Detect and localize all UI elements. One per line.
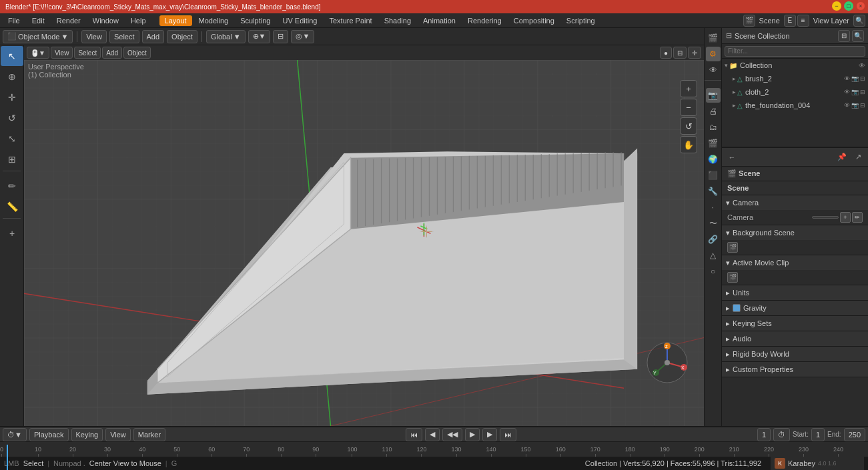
pivot-btn[interactable]: ⊕▼ <box>248 30 271 43</box>
start-frame[interactable]: 1 <box>811 428 825 441</box>
keying-header[interactable]: ▸ Keying Sets <box>722 316 868 331</box>
scene-selector[interactable]: Scene <box>757 17 783 25</box>
cloth2-render[interactable]: ⊟ <box>860 89 865 95</box>
end-frame[interactable]: 250 <box>844 428 865 441</box>
vp-header-select[interactable]: Select <box>74 47 101 59</box>
brush2-eye[interactable]: 👁 <box>844 75 850 82</box>
vp-zoom-in[interactable]: + <box>680 80 697 97</box>
add-tool[interactable]: + <box>1 223 23 243</box>
play-reverse-btn[interactable]: ◀◀ <box>442 428 462 441</box>
movie-clip-header[interactable]: ▾ Active Movie Clip <box>722 255 868 270</box>
play-end-btn[interactable]: ⏭ <box>500 428 516 441</box>
outliner-cloth2[interactable]: ▸ △ cloth_2 👁 📷 ⊟ <box>722 85 868 99</box>
menu-rendering[interactable]: Rendering <box>462 15 507 26</box>
maximize-button[interactable]: □ <box>844 1 853 11</box>
gravity-checkbox[interactable] <box>733 304 741 312</box>
outliner-collection[interactable]: ▾ 📁 Collection 👁 <box>722 59 868 72</box>
timeline-keying-btn[interactable]: Keying <box>71 428 103 441</box>
prop-render-btn[interactable]: 📷 <box>706 88 721 103</box>
prop-expand-btn[interactable]: ↗ <box>851 150 865 165</box>
step-fwd-btn[interactable]: ▶ <box>482 428 497 441</box>
outliner-foundation[interactable]: ▸ △ the_foundation_004 👁 📷 ⊟ <box>722 99 868 112</box>
search-btn[interactable]: 🔍 <box>853 15 865 27</box>
close-button[interactable]: × <box>856 1 865 11</box>
foundation-cam[interactable]: 📷 <box>851 102 859 109</box>
scale-tool[interactable]: ⤡ <box>1 129 23 149</box>
vp-editor-type[interactable]: 🖱️▼ <box>27 47 49 59</box>
vp-pan[interactable]: ✋ <box>680 136 697 153</box>
outliner-search-input[interactable] <box>725 46 865 57</box>
cloth2-cam[interactable]: 📷 <box>851 89 859 95</box>
prop-data-btn[interactable]: △ <box>706 248 721 263</box>
vp-gizmo-toggle[interactable]: ✛ <box>688 47 701 59</box>
add-menu[interactable]: Add <box>142 30 165 43</box>
prop-view-btn[interactable]: 👁 <box>706 63 721 77</box>
menu-layout[interactable]: Layout <box>159 15 192 26</box>
play-start-btn[interactable]: ⏮ <box>406 428 422 441</box>
outliner-filter-btn[interactable]: ⊟ <box>838 30 850 42</box>
rotate-tool[interactable]: ↺ <box>1 108 23 128</box>
minimize-button[interactable]: − <box>832 1 841 11</box>
menu-window[interactable]: Window <box>87 15 124 26</box>
vp-zoom-out[interactable]: − <box>680 99 697 116</box>
annotate-tool[interactable]: ✏ <box>1 176 23 196</box>
vp-header-add[interactable]: Add <box>102 47 122 59</box>
cursor-tool[interactable]: ⊕ <box>1 67 23 87</box>
frame-display[interactable]: 1 <box>757 428 771 441</box>
vp-viewport-shading[interactable]: ● <box>660 47 672 59</box>
timeline-marker-btn[interactable]: Marker <box>133 428 165 441</box>
scene-icon[interactable]: 🎬 <box>743 15 755 27</box>
menu-help[interactable]: Help <box>125 15 151 26</box>
collection-eye[interactable]: 👁 <box>859 62 865 69</box>
menu-file[interactable]: File <box>3 15 25 26</box>
vp-header-view[interactable]: View <box>51 47 73 59</box>
custom-header[interactable]: ▸ Custom Properties <box>722 362 868 377</box>
menu-edit[interactable]: Edit <box>27 15 50 26</box>
viewport-gizmo[interactable]: Z X Y Z <box>644 339 691 386</box>
menu-texture-paint[interactable]: Texture Paint <box>324 15 377 26</box>
vp-overlay-toggle[interactable]: ⊟ <box>673 47 687 59</box>
timeline-playback-btn[interactable]: Playback <box>29 428 69 441</box>
view-layer-btn[interactable]: ≡ <box>797 15 809 27</box>
foundation-eye[interactable]: 👁 <box>844 102 850 109</box>
vp-orbit[interactable]: ↺ <box>680 117 697 135</box>
foundation-render[interactable]: ⊟ <box>860 102 865 109</box>
prop-object-btn[interactable]: ⬛ <box>706 168 721 183</box>
prop-scene-prop-btn[interactable]: 🎬 <box>706 136 721 151</box>
prop-viewlayer-btn[interactable]: 🗂 <box>706 120 721 135</box>
prop-modifier-btn[interactable]: 🔧 <box>706 184 721 199</box>
outliner-search-btn[interactable]: 🔍 <box>852 30 864 42</box>
proportional-btn[interactable]: ◎▼ <box>291 30 314 43</box>
prop-scene-btn[interactable]: 🎬 <box>706 31 721 45</box>
prop-physics-btn[interactable]: 〜 <box>706 216 721 231</box>
camera-edit-btn[interactable]: ✏ <box>852 212 863 223</box>
timeline-view-btn[interactable]: View <box>105 428 131 441</box>
menu-compositing[interactable]: Compositing <box>508 15 560 26</box>
prop-tool-btn[interactable]: ⚙ <box>706 47 721 61</box>
gravity-header[interactable]: ▸ Gravity <box>722 301 868 315</box>
measure-tool[interactable]: 📏 <box>1 197 23 217</box>
movie-clip-btn[interactable]: 🎬 <box>727 272 738 283</box>
camera-section-header[interactable]: ▾ Camera <box>722 195 868 210</box>
transform-tool[interactable]: ⊞ <box>1 149 23 169</box>
menu-scripting[interactable]: Scripting <box>561 15 600 26</box>
menu-shading[interactable]: Shading <box>379 15 416 26</box>
bg-scene-btn[interactable]: 🎬 <box>727 242 738 253</box>
prop-pin-btn[interactable]: 📌 <box>835 150 849 165</box>
prop-world-btn[interactable]: 🌍 <box>706 152 721 167</box>
move-tool[interactable]: ✛ <box>1 87 23 107</box>
bg-scene-header[interactable]: ▾ Background Scene <box>722 225 868 240</box>
brush2-cam[interactable]: 📷 <box>851 75 859 82</box>
brush2-render[interactable]: ⊟ <box>860 75 865 82</box>
camera-new-btn[interactable]: + <box>840 212 851 223</box>
camera-value[interactable] <box>812 216 839 219</box>
select-menu[interactable]: Select <box>109 30 139 43</box>
menu-sculpting[interactable]: Sculpting <box>235 15 276 26</box>
cloth2-eye[interactable]: 👁 <box>844 89 850 95</box>
outliner-brush2[interactable]: ▸ △ brush_2 👁 📷 ⊟ <box>722 72 868 85</box>
prop-output-btn[interactable]: 🖨 <box>706 104 721 119</box>
transform-selector[interactable]: Global ▼ <box>206 30 246 43</box>
menu-render[interactable]: Render <box>51 15 86 26</box>
prop-particles-btn[interactable]: · <box>706 200 721 215</box>
play-btn[interactable]: ▶ <box>465 428 480 441</box>
